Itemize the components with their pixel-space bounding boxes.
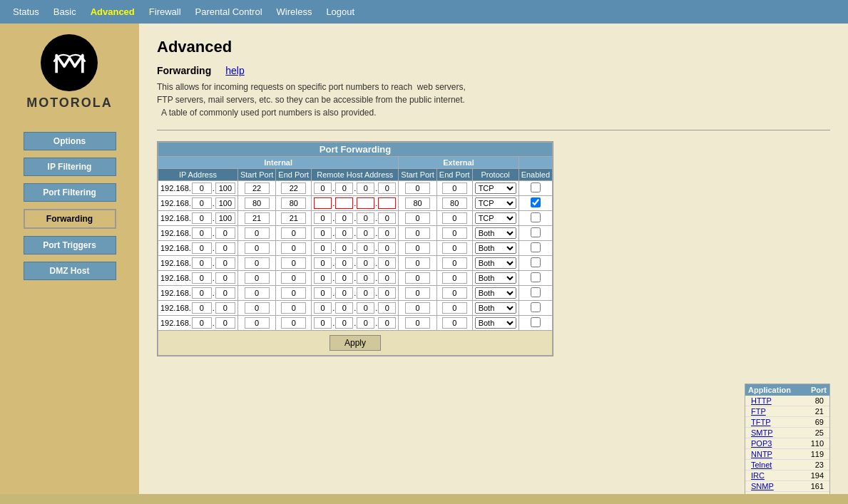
- ext-end-port-input[interactable]: [442, 242, 467, 254]
- ip-octet4[interactable]: [215, 317, 235, 329]
- ip-octet4[interactable]: [215, 287, 235, 299]
- help-link[interactable]: help: [225, 65, 244, 76]
- ext-end-port-input[interactable]: [442, 302, 467, 314]
- app-name[interactable]: HTTP: [751, 396, 772, 405]
- app-row[interactable]: TFTP69: [745, 417, 829, 428]
- start-port-input[interactable]: [245, 227, 270, 239]
- sidebar-btn-port-triggers[interactable]: Port Triggers: [24, 236, 116, 254]
- app-row[interactable]: Telnet23: [745, 460, 829, 470]
- rh-octet1[interactable]: [314, 197, 332, 209]
- rh-octet2[interactable]: [335, 287, 353, 299]
- rh-octet4[interactable]: [378, 257, 396, 269]
- ext-start-port-input[interactable]: [405, 197, 430, 209]
- nav-advanced[interactable]: Advanced: [85, 4, 141, 19]
- ext-end-port-input[interactable]: [442, 257, 467, 269]
- start-port-input[interactable]: [245, 272, 270, 284]
- enabled-checkbox[interactable]: [531, 302, 541, 312]
- start-port-input[interactable]: [245, 317, 270, 329]
- start-port-input[interactable]: [245, 197, 270, 209]
- app-row[interactable]: POP3110: [745, 438, 829, 449]
- app-name[interactable]: Finger: [751, 493, 773, 494]
- app-row[interactable]: HTTP80: [745, 396, 829, 406]
- start-port-input[interactable]: [245, 212, 270, 224]
- rh-octet2[interactable]: [335, 182, 353, 194]
- ip-octet3[interactable]: [192, 272, 212, 284]
- rh-octet2[interactable]: [335, 272, 353, 284]
- rh-octet3[interactable]: [357, 242, 374, 254]
- start-port-input[interactable]: [245, 182, 270, 194]
- nav-wireless[interactable]: Wireless: [271, 4, 318, 19]
- rh-octet4[interactable]: [378, 212, 396, 224]
- ip-octet4[interactable]: [215, 227, 235, 239]
- start-port-input[interactable]: [245, 242, 270, 254]
- ext-end-port-input[interactable]: [442, 197, 467, 209]
- ext-start-port-input[interactable]: [405, 287, 430, 299]
- rh-octet1[interactable]: [314, 182, 332, 194]
- protocol-select[interactable]: TCPUDPBoth: [475, 287, 516, 299]
- rh-octet1[interactable]: [314, 257, 332, 269]
- rh-octet2[interactable]: [335, 212, 353, 224]
- rh-octet3[interactable]: [357, 257, 374, 269]
- ip-octet3[interactable]: [192, 242, 212, 254]
- rh-octet2[interactable]: [335, 197, 353, 209]
- enabled-checkbox[interactable]: [531, 242, 541, 252]
- sidebar-btn-port-filtering[interactable]: Port Filtering: [24, 183, 116, 202]
- protocol-select[interactable]: TCPUDPBoth: [475, 242, 516, 254]
- app-row[interactable]: IRC194: [745, 470, 829, 481]
- ip-octet4[interactable]: [215, 272, 235, 284]
- ip-octet4[interactable]: [215, 197, 235, 209]
- enabled-checkbox[interactable]: [531, 257, 541, 267]
- start-port-input[interactable]: [245, 302, 270, 314]
- ext-start-port-input[interactable]: [405, 182, 430, 194]
- rh-octet3[interactable]: [357, 212, 374, 224]
- ip-octet3[interactable]: [192, 182, 212, 194]
- rh-octet1[interactable]: [314, 227, 332, 239]
- ip-octet4[interactable]: [215, 182, 235, 194]
- ext-start-port-input[interactable]: [405, 257, 430, 269]
- apply-button[interactable]: Apply: [330, 335, 381, 351]
- enabled-checkbox[interactable]: [531, 227, 541, 237]
- start-port-input[interactable]: [245, 257, 270, 269]
- protocol-select[interactable]: TCPUDPBoth: [475, 197, 516, 209]
- rh-octet4[interactable]: [378, 182, 396, 194]
- rh-octet2[interactable]: [335, 317, 353, 329]
- nav-status[interactable]: Status: [7, 4, 45, 19]
- protocol-select[interactable]: TCPUDPBoth: [475, 272, 516, 284]
- protocol-select[interactable]: TCPUDPBoth: [475, 212, 516, 224]
- app-row[interactable]: SMTP25: [745, 428, 829, 438]
- end-port-input[interactable]: [281, 197, 306, 209]
- rh-octet4[interactable]: [378, 287, 396, 299]
- end-port-input[interactable]: [281, 257, 306, 269]
- ext-start-port-input[interactable]: [405, 227, 430, 239]
- enabled-checkbox[interactable]: [531, 317, 541, 327]
- enabled-checkbox[interactable]: [531, 212, 541, 222]
- rh-octet2[interactable]: [335, 257, 353, 269]
- enabled-checkbox[interactable]: [531, 272, 541, 282]
- rh-octet1[interactable]: [314, 212, 332, 224]
- end-port-input[interactable]: [281, 182, 306, 194]
- ext-end-port-input[interactable]: [442, 212, 467, 224]
- sidebar-btn-options[interactable]: Options: [24, 132, 116, 150]
- app-name[interactable]: IRC: [751, 471, 765, 480]
- ext-start-port-input[interactable]: [405, 317, 430, 329]
- ip-octet4[interactable]: [215, 242, 235, 254]
- ip-octet3[interactable]: [192, 302, 212, 314]
- rh-octet1[interactable]: [314, 302, 332, 314]
- rh-octet4[interactable]: [378, 242, 396, 254]
- ext-start-port-input[interactable]: [405, 242, 430, 254]
- app-row[interactable]: SNMP161: [745, 481, 829, 492]
- ip-octet3[interactable]: [192, 212, 212, 224]
- rh-octet4[interactable]: [378, 227, 396, 239]
- ip-octet3[interactable]: [192, 317, 212, 329]
- app-name[interactable]: Telnet: [751, 461, 772, 469]
- app-row[interactable]: FTP21: [745, 406, 829, 417]
- rh-octet3[interactable]: [357, 227, 374, 239]
- end-port-input[interactable]: [281, 212, 306, 224]
- rh-octet3[interactable]: [357, 272, 374, 284]
- rh-octet4[interactable]: [378, 197, 396, 209]
- ip-octet3[interactable]: [192, 287, 212, 299]
- ip-octet4[interactable]: [215, 257, 235, 269]
- sidebar-btn-ip-filtering[interactable]: IP Filtering: [24, 158, 116, 176]
- ip-octet3[interactable]: [192, 257, 212, 269]
- rh-octet3[interactable]: [357, 287, 374, 299]
